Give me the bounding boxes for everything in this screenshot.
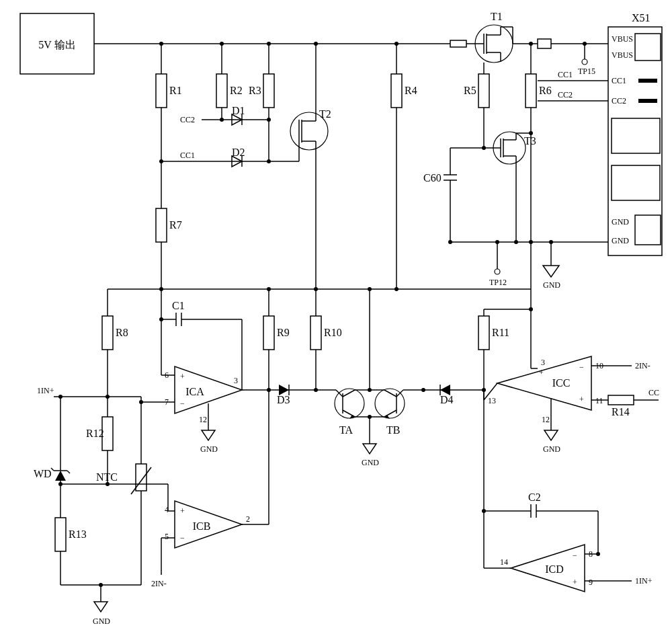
svg-text:12: 12 xyxy=(199,415,207,424)
svg-marker-149 xyxy=(202,430,215,440)
in1p-right: 1IN+ xyxy=(635,576,653,586)
svg-point-113 xyxy=(394,287,398,291)
gnd-tab-label: GND xyxy=(362,458,379,467)
c2-label: C2 xyxy=(528,491,541,503)
svg-rect-39 xyxy=(635,215,661,245)
ica-label: ICA xyxy=(185,386,204,397)
svg-rect-34 xyxy=(612,165,660,200)
cc2-d1-label: CC2 xyxy=(180,115,195,124)
svg-rect-205 xyxy=(136,464,146,491)
svg-text:−: − xyxy=(180,533,185,543)
svg-text:3: 3 xyxy=(541,358,545,367)
cap-c2 xyxy=(531,504,536,518)
ntc-icon xyxy=(131,464,151,494)
t3-label: T3 xyxy=(524,135,536,147)
r5-label: R5 xyxy=(464,85,476,96)
svg-text:+: + xyxy=(573,578,577,587)
svg-text:13: 13 xyxy=(488,396,496,405)
svg-point-173 xyxy=(368,415,372,419)
svg-point-55 xyxy=(220,118,224,122)
in2n-right: 2IN- xyxy=(635,361,650,370)
d2-label: D2 xyxy=(232,147,245,158)
wd-label: WD xyxy=(34,468,52,479)
c1-label: C1 xyxy=(172,300,185,311)
r13-icon xyxy=(55,518,66,551)
svg-point-70 xyxy=(314,42,318,46)
tp15-label: TP15 xyxy=(578,67,595,76)
r3-label: R3 xyxy=(249,85,261,96)
svg-point-248 xyxy=(596,552,600,556)
r14-icon xyxy=(608,395,634,405)
r6-icon xyxy=(526,74,536,108)
r9-label: R9 xyxy=(277,327,290,338)
svg-point-221 xyxy=(58,482,62,486)
source-label: 5V 输出 xyxy=(38,39,75,50)
cap-c60 xyxy=(444,175,457,180)
svg-text:+: + xyxy=(180,372,185,381)
in2n-left: 2IN- xyxy=(151,579,167,588)
svg-text:GND: GND xyxy=(612,217,629,227)
svg-text:2: 2 xyxy=(246,514,250,524)
svg-marker-219 xyxy=(94,602,108,612)
r7-label: R7 xyxy=(169,219,182,231)
svg-point-209 xyxy=(58,395,62,399)
svg-text:11: 11 xyxy=(595,396,603,405)
r10-label: R10 xyxy=(324,327,342,338)
svg-rect-24 xyxy=(638,99,657,103)
r13-label: R13 xyxy=(69,528,87,540)
r3-icon xyxy=(263,74,274,108)
svg-text:GND: GND xyxy=(612,236,629,245)
tp12-label: TP12 xyxy=(489,278,507,287)
tp12-node xyxy=(495,269,500,274)
svg-rect-20 xyxy=(635,34,661,61)
fuse-icon xyxy=(450,40,466,47)
transistor-t1 xyxy=(474,25,538,63)
svg-text:−: − xyxy=(573,551,577,560)
r4-label: R4 xyxy=(405,85,417,96)
r9-icon xyxy=(263,316,274,350)
svg-marker-103 xyxy=(543,266,559,277)
r8-icon xyxy=(102,316,113,350)
icc-label: ICC xyxy=(552,377,571,389)
x51-title: X51 xyxy=(632,12,650,24)
r11-label: R11 xyxy=(492,327,509,338)
svg-text:−: − xyxy=(180,399,185,408)
gnd-bottom-left xyxy=(94,602,108,612)
diode-d2 xyxy=(161,156,269,167)
svg-text:+: + xyxy=(180,506,185,516)
gnd-right-label: GND xyxy=(543,280,560,290)
r7-icon xyxy=(156,208,167,242)
d4-label: D4 xyxy=(440,394,454,405)
circuit-diagram: 5V 输出 T1 TP15 X51 VBUS VBUS CC1 CC2 D- D… xyxy=(0,0,672,632)
svg-text:9: 9 xyxy=(589,578,593,587)
r5-icon xyxy=(478,74,489,108)
svg-marker-174 xyxy=(363,444,376,454)
svg-point-251 xyxy=(482,509,486,513)
svg-text:−: − xyxy=(579,362,584,372)
svg-text:+: + xyxy=(579,395,584,404)
svg-text:CC1: CC1 xyxy=(612,76,626,85)
t2-label: T2 xyxy=(319,108,331,120)
c60-label: C60 xyxy=(423,172,442,184)
svg-point-107 xyxy=(495,240,499,244)
svg-point-204 xyxy=(139,400,143,404)
ta-label: TA xyxy=(339,424,353,436)
cc2-wire-label: CC2 xyxy=(558,90,573,100)
r11-icon xyxy=(478,316,489,350)
gnd-ica-icon xyxy=(202,430,215,440)
svg-text:CC2: CC2 xyxy=(612,96,626,106)
cc1-wire-label: CC1 xyxy=(558,70,573,79)
svg-text:4: 4 xyxy=(165,505,169,514)
svg-text:+: + xyxy=(539,368,544,377)
d3-label: D3 xyxy=(277,394,290,405)
icd-label: ICD xyxy=(545,563,564,575)
tp15-node xyxy=(582,59,587,65)
svg-rect-22 xyxy=(638,79,657,83)
r14-label: R14 xyxy=(612,406,630,418)
ntc-label: NTC xyxy=(96,471,118,483)
svg-text:5: 5 xyxy=(165,532,169,541)
gnd-ica-label: GND xyxy=(200,444,218,454)
tb-label: TB xyxy=(386,424,400,436)
svg-point-82 xyxy=(529,42,533,46)
r6-label: R6 xyxy=(539,85,552,96)
